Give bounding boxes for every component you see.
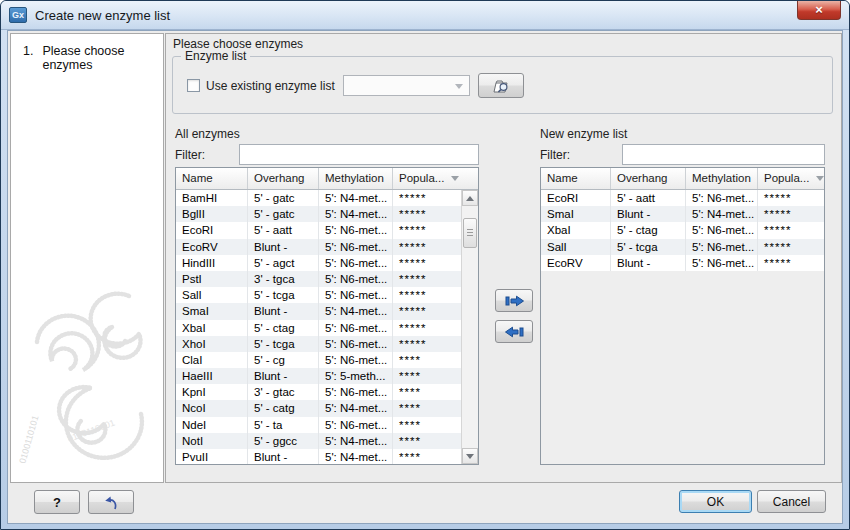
table-cell: 5': N6-met... [686, 190, 758, 206]
table-cell: 5' - ctag [248, 320, 319, 336]
table-row[interactable]: SalI5' - tcga5': N6-met...***** [176, 287, 461, 303]
close-icon[interactable]: × [797, 1, 841, 20]
dialog-footer: ? OK Cancel [8, 481, 842, 523]
table-row[interactable]: EcoRI5' - aatt5': N6-met...***** [541, 190, 824, 206]
scrollbar-thumb[interactable] [463, 218, 477, 248]
table-row[interactable]: NotI5' - ggcc5': N4-met...**** [176, 433, 461, 449]
table-cell: 5': N6-met... [319, 320, 393, 336]
table-cell: ***** [393, 303, 461, 319]
table-row[interactable]: PstI3' - tgca5': N6-met...***** [176, 271, 461, 287]
table-row[interactable]: BamHI5' - gatc5': N4-met...***** [176, 190, 461, 206]
table-cell: EcoRV [176, 239, 248, 255]
table-cell: 5': N6-met... [686, 239, 758, 255]
step-label: Please choose enzymes [42, 44, 159, 72]
dialog-surface: 1. Please choose enzymes 0100110101 0100… [7, 30, 843, 524]
watermark-binary-text: 0100110101 [66, 418, 116, 444]
table-cell: 5' - tcga [611, 239, 686, 255]
scrollbar-down-icon[interactable] [462, 448, 478, 464]
scrollbar-up-icon[interactable] [462, 190, 478, 206]
use-existing-enzyme-list-checkbox[interactable] [187, 79, 200, 92]
column-header[interactable]: Popula... [758, 168, 824, 189]
enzyme-list-dropdown[interactable] [343, 75, 470, 96]
column-header[interactable]: Name [541, 168, 611, 189]
table-row[interactable]: XbaI5' - ctag5': N6-met...***** [176, 320, 461, 336]
cancel-button[interactable]: Cancel [757, 490, 826, 513]
table-cell: 5' - gatc [248, 190, 319, 206]
ok-button[interactable]: OK [679, 490, 752, 513]
remove-enzyme-button[interactable] [495, 320, 533, 343]
table-cell: 5': N4-met... [319, 303, 393, 319]
column-header[interactable]: Overhang [248, 168, 319, 189]
table-cell: BglII [176, 206, 248, 222]
table-cell: 5': N4-met... [319, 433, 393, 449]
table-cell: ***** [758, 190, 824, 206]
table-row[interactable]: PvuIIBlunt -5': N4-met...**** [176, 449, 461, 465]
table-row[interactable]: EcoRVBlunt -5': N6-met...***** [541, 255, 824, 271]
column-header[interactable]: Popula... [393, 168, 478, 189]
enzyme-list-groupbox: Enzyme list Use existing enzyme list [172, 56, 833, 114]
table-row[interactable]: XhoI5' - tcga5': N6-met...***** [176, 336, 461, 352]
column-header[interactable]: Name [176, 168, 248, 189]
table-row[interactable]: BglII5' - gatc5': N4-met...***** [176, 206, 461, 222]
new-enzyme-list-filter-label: Filter: [540, 148, 622, 162]
reset-button[interactable] [88, 490, 134, 514]
table-row[interactable]: EcoRI5' - aatt5': N6-met...***** [176, 222, 461, 238]
column-header[interactable]: Methylation [686, 168, 758, 189]
help-button[interactable]: ? [34, 490, 80, 514]
all-enzymes-filter-label: Filter: [175, 148, 239, 162]
wizard-sidebar: 1. Please choose enzymes 0100110101 0100… [10, 33, 164, 483]
table-cell: 3' - gtac [248, 384, 319, 400]
table-row[interactable]: SalI5' - tcga5': N6-met...***** [541, 239, 824, 255]
table-row[interactable]: HaeIIIBlunt -5': 5-meth...**** [176, 368, 461, 384]
table-cell: SmaI [541, 206, 611, 222]
table-header-row: NameOverhangMethylationPopula... [176, 168, 478, 190]
wizard-step-1[interactable]: 1. Please choose enzymes [11, 34, 163, 72]
table-cell: 5' - catg [248, 400, 319, 416]
table-cell: Blunt - [611, 206, 686, 222]
table-cell: 5': N6-met... [686, 255, 758, 271]
new-enzyme-list-filter-input[interactable] [622, 144, 825, 165]
table-row[interactable]: ClaI5' - cg5': N6-met...**** [176, 352, 461, 368]
table-cell: PstI [176, 271, 248, 287]
table-cell: EcoRI [541, 190, 611, 206]
table-row[interactable]: SmaIBlunt -5': N4-met...***** [176, 303, 461, 319]
table-cell: ***** [393, 271, 461, 287]
column-header[interactable]: Overhang [611, 168, 686, 189]
table-cell: SmaI [176, 303, 248, 319]
all-enzymes-title: All enzymes [175, 127, 240, 141]
column-header[interactable]: Methylation [319, 168, 393, 189]
window-title: Create new enzyme list [35, 8, 170, 23]
table-cell: HaeIII [176, 368, 248, 384]
table-row[interactable]: SmaIBlunt -5': N4-met...***** [541, 206, 824, 222]
table-header-row: NameOverhangMethylationPopula... [541, 168, 824, 190]
table-cell: 5': N4-met... [319, 449, 393, 465]
table-cell: EcoRV [541, 255, 611, 271]
add-enzyme-button[interactable] [495, 289, 533, 312]
titlebar[interactable]: Gx Create new enzyme list × [1, 1, 849, 30]
vertical-scrollbar[interactable] [461, 190, 478, 464]
table-cell: **** [393, 400, 461, 416]
table-cell: 5': 5-meth... [319, 368, 393, 384]
table-cell: Blunt - [248, 303, 319, 319]
create-enzyme-list-dialog: Gx Create new enzyme list × 1. Please ch… [0, 0, 850, 530]
table-cell: 5' - cg [248, 352, 319, 368]
table-cell: 5': N4-met... [686, 206, 758, 222]
table-cell: **** [393, 368, 461, 384]
table-cell: SalI [176, 287, 248, 303]
table-cell: ***** [393, 222, 461, 238]
new-enzyme-list-title: New enzyme list [540, 127, 627, 141]
table-row[interactable]: NdeI5' - ta5': N6-met...**** [176, 417, 461, 433]
table-cell: NcoI [176, 400, 248, 416]
table-row[interactable]: EcoRVBlunt -5': N6-met...***** [176, 239, 461, 255]
table-cell: 5': N6-met... [319, 222, 393, 238]
table-cell: 5': N6-met... [319, 352, 393, 368]
table-cell: Blunt - [248, 449, 319, 465]
table-row[interactable]: HindIII5' - agct5': N6-met...***** [176, 255, 461, 271]
table-row[interactable]: NcoI5' - catg5': N4-met...**** [176, 400, 461, 416]
table-row[interactable]: KpnI3' - gtac5': N6-met...**** [176, 384, 461, 400]
table-cell: 5': N6-met... [319, 255, 393, 271]
table-cell: 5' - tcga [248, 287, 319, 303]
browse-enzyme-list-button[interactable] [478, 73, 524, 98]
table-row[interactable]: XbaI5' - ctag5': N6-met...***** [541, 222, 824, 238]
all-enzymes-filter-input[interactable] [239, 144, 479, 165]
